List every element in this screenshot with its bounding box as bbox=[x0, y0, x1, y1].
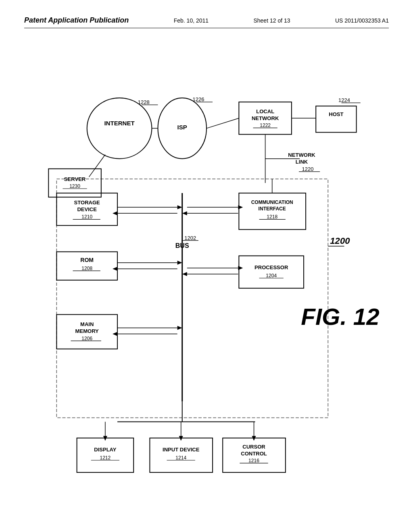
diagram-area: 1200 INTERNET 1228 ISP 1226 LOCAL NETWOR… bbox=[24, 48, 389, 508]
svg-marker-82 bbox=[113, 332, 117, 336]
header-title: Patent Application Publication bbox=[24, 16, 129, 25]
svg-text:1206: 1206 bbox=[81, 336, 92, 341]
svg-marker-65 bbox=[113, 267, 117, 271]
svg-text:1226: 1226 bbox=[192, 96, 204, 102]
svg-text:1216: 1216 bbox=[248, 458, 259, 463]
svg-marker-45 bbox=[177, 205, 182, 209]
svg-text:PROCESSOR: PROCESSOR bbox=[254, 264, 288, 270]
svg-text:MEMORY: MEMORY bbox=[75, 328, 99, 334]
svg-text:1224: 1224 bbox=[338, 97, 350, 103]
header-sheet: Sheet 12 of 13 bbox=[253, 17, 290, 24]
svg-rect-66 bbox=[239, 256, 304, 288]
svg-rect-0 bbox=[56, 179, 328, 418]
svg-text:DEVICE: DEVICE bbox=[77, 206, 97, 212]
svg-text:INTERNET: INTERNET bbox=[104, 120, 135, 127]
svg-text:1200: 1200 bbox=[330, 236, 350, 246]
svg-text:CURSOR: CURSOR bbox=[242, 444, 265, 450]
svg-text:ISP: ISP bbox=[177, 124, 187, 131]
diagram-svg: 1200 INTERNET 1228 ISP 1226 LOCAL NETWOR… bbox=[24, 48, 389, 508]
svg-line-22 bbox=[206, 118, 239, 128]
svg-marker-56 bbox=[182, 211, 187, 215]
header: Patent Application Publication Feb. 10, … bbox=[24, 16, 389, 28]
svg-text:1202: 1202 bbox=[184, 235, 196, 241]
svg-marker-71 bbox=[238, 266, 243, 270]
svg-point-4 bbox=[87, 98, 152, 159]
svg-text:1230: 1230 bbox=[69, 183, 80, 189]
svg-line-28 bbox=[89, 155, 105, 177]
svg-text:1204: 1204 bbox=[266, 273, 277, 278]
svg-text:FIG. 12: FIG. 12 bbox=[301, 303, 379, 330]
svg-text:DISPLAY: DISPLAY bbox=[94, 447, 117, 453]
page: Patent Application Publication Feb. 10, … bbox=[0, 0, 413, 532]
svg-text:NETWORK: NETWORK bbox=[252, 115, 279, 121]
svg-text:COMMUNICATION: COMMUNICATION bbox=[251, 200, 293, 205]
svg-text:ROM: ROM bbox=[80, 257, 94, 263]
header-patent: US 2011/0032353 A1 bbox=[335, 17, 389, 24]
svg-marker-54 bbox=[238, 205, 243, 209]
svg-rect-17 bbox=[316, 106, 356, 132]
header-date: Feb. 10, 2011 bbox=[174, 17, 209, 24]
svg-text:INPUT DEVICE: INPUT DEVICE bbox=[163, 447, 200, 453]
svg-text:LINK: LINK bbox=[296, 159, 308, 165]
svg-marker-63 bbox=[177, 261, 182, 265]
svg-text:SERVER: SERVER bbox=[64, 176, 86, 182]
svg-text:LOCAL: LOCAL bbox=[256, 108, 274, 114]
svg-text:1210: 1210 bbox=[81, 214, 92, 220]
svg-text:CONTROL: CONTROL bbox=[241, 451, 267, 457]
svg-text:1214: 1214 bbox=[175, 455, 186, 461]
svg-text:1212: 1212 bbox=[100, 455, 111, 461]
svg-text:STORAGE: STORAGE bbox=[74, 200, 100, 206]
svg-text:INTERFACE: INTERFACE bbox=[259, 206, 286, 212]
svg-text:1220: 1220 bbox=[302, 166, 314, 172]
svg-text:1208: 1208 bbox=[81, 266, 92, 271]
svg-marker-73 bbox=[182, 272, 187, 276]
svg-text:NETWORK: NETWORK bbox=[288, 152, 315, 158]
svg-text:HOST: HOST bbox=[329, 111, 343, 117]
svg-marker-47 bbox=[113, 211, 117, 215]
svg-text:1222: 1222 bbox=[260, 123, 271, 128]
svg-text:1228: 1228 bbox=[138, 99, 150, 105]
svg-text:MAIN: MAIN bbox=[80, 321, 94, 327]
svg-text:1218: 1218 bbox=[267, 214, 277, 220]
svg-marker-80 bbox=[177, 326, 182, 330]
